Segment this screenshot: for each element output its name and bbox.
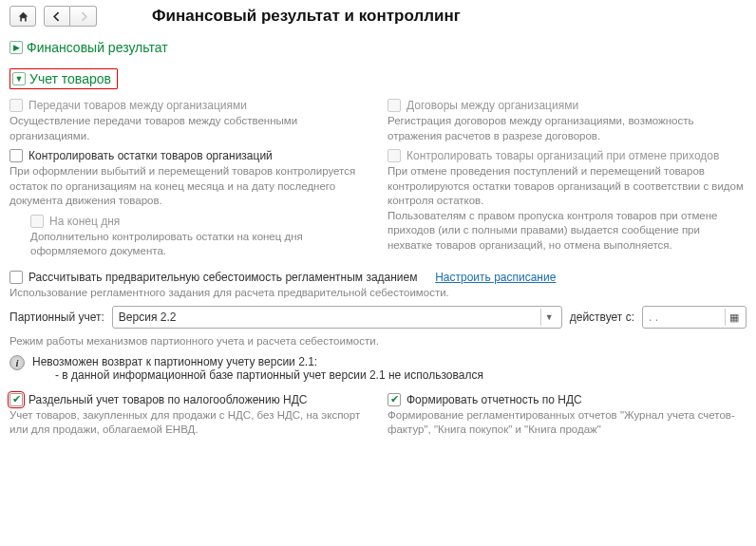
- link-configure-schedule[interactable]: Настроить расписание: [435, 271, 556, 284]
- info-icon: i: [9, 355, 25, 370]
- back-button[interactable]: [44, 6, 70, 27]
- desc-vat-reports: Формирование регламентированных отчетов …: [387, 408, 747, 438]
- section-financial-result[interactable]: ▶ Финансовый результат: [9, 40, 168, 55]
- info-text: Невозможен возврат к партионному учету в…: [32, 355, 483, 382]
- chevron-down-icon: ▼: [540, 309, 558, 326]
- page-title: Финансовый результат и контроллинг: [152, 7, 461, 26]
- forward-button: [70, 6, 97, 27]
- desc-transfer: Осуществление передачи товаров между соб…: [9, 114, 369, 143]
- label-contracts: Договоры между организациями: [406, 99, 578, 112]
- checkbox-separate-vat[interactable]: ✔: [9, 393, 23, 406]
- desc-contracts: Регистрация договоров между организациям…: [387, 114, 747, 143]
- select-partion-version[interactable]: Версия 2.2 ▼: [112, 306, 562, 329]
- checkbox-transfer-between-orgs: [9, 99, 23, 112]
- label-vat-reports: Формировать отчетность по НДС: [406, 393, 582, 406]
- checkbox-control-cancel: [387, 149, 401, 162]
- section-label: Финансовый результат: [27, 40, 168, 55]
- desc-control-stock: При оформлении выбытий и перемещений тов…: [9, 164, 369, 209]
- desc-end-of-day: Дополнительно контролировать остатки на …: [30, 230, 369, 259]
- checkbox-end-of-day: [30, 215, 44, 228]
- label-end-of-day: На конец дня: [49, 215, 120, 228]
- checkbox-precalc-cost[interactable]: [9, 271, 23, 284]
- desc-separate-vat: Учет товаров, закупленных для продажи с …: [9, 408, 369, 438]
- section-goods-accounting[interactable]: ▼ Учет товаров: [9, 68, 118, 89]
- desc-partion-mode: Режим работы механизмов партионного учет…: [9, 334, 747, 349]
- label-control-stock: Контролировать остатки товаров организац…: [28, 149, 273, 162]
- home-button[interactable]: [9, 6, 36, 27]
- label-control-cancel: Контролировать товары организаций при от…: [406, 149, 719, 162]
- checkbox-control-stock[interactable]: [9, 149, 23, 162]
- checkbox-vat-reports[interactable]: ✔: [387, 393, 401, 406]
- label-effective-from: действует с:: [570, 311, 634, 324]
- input-effective-date[interactable]: . . ▦: [642, 306, 747, 329]
- desc-control-cancel: При отмене проведения поступлений и пере…: [387, 164, 747, 253]
- desc-precalc: Использование регламентного задания для …: [9, 286, 747, 301]
- section-label: Учет товаров: [29, 71, 111, 86]
- select-value: Версия 2.2: [119, 311, 177, 324]
- date-value: . .: [649, 311, 658, 324]
- chevron-down-icon: ▼: [12, 72, 26, 85]
- chevron-right-icon: ▶: [9, 41, 23, 54]
- calendar-icon[interactable]: ▦: [725, 309, 742, 326]
- label-separate-vat: Раздельный учет товаров по налогообложен…: [28, 393, 307, 406]
- label-precalc-cost: Рассчитывать предварительную себестоимос…: [28, 271, 418, 284]
- label-transfer-between-orgs: Передачи товаров между организациями: [28, 99, 247, 112]
- checkbox-contracts: [387, 99, 401, 112]
- label-partion: Партионный учет:: [9, 311, 104, 324]
